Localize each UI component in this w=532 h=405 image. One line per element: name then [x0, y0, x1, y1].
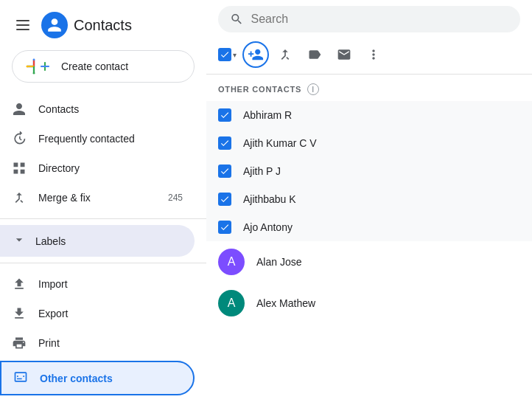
history-icon	[12, 131, 27, 146]
sidebar-item-import[interactable]: Import	[0, 269, 195, 299]
label-button[interactable]	[301, 41, 328, 68]
labels-label: Labels	[35, 235, 66, 247]
export-label: Export	[38, 308, 68, 319]
select-all-group[interactable]: ▾	[218, 48, 237, 61]
table-row[interactable]: Ajo Antony	[206, 213, 532, 241]
search-icon	[230, 12, 244, 27]
sidebar-header: Contacts	[0, 6, 206, 47]
app-logo	[41, 12, 68, 38]
merge-toolbar-icon	[278, 47, 293, 62]
merge-fix-badge: 245	[168, 193, 183, 203]
section-header: OTHER CONTACTS i	[206, 75, 532, 101]
contact-name: Ajith Kumar C V	[243, 137, 317, 149]
sidebar-item-contacts[interactable]: Contacts	[0, 94, 195, 124]
svg-point-2	[33, 72, 35, 75]
toolbar: ▾	[206, 38, 532, 75]
sidebar-item-labels[interactable]: Labels	[0, 225, 195, 257]
contact-list: Abhiram R Ajith Kumar C V Ajith P J Ajit…	[206, 101, 532, 405]
other-contacts-label: Other contacts	[40, 373, 113, 384]
print-icon	[12, 336, 27, 350]
upload-icon	[12, 277, 27, 291]
add-to-contacts-button[interactable]	[242, 41, 269, 68]
search-bar	[218, 6, 520, 32]
contacts-label: Contacts	[38, 103, 79, 115]
chevron-down-icon	[12, 232, 27, 249]
svg-point-1	[26, 66, 28, 68]
sidebar-item-directory[interactable]: Directory	[0, 153, 195, 183]
sidebar: Contacts Create contact Contacts	[0, 0, 206, 405]
contacts-logo-icon	[46, 17, 63, 33]
contact-name: Alan Jose	[256, 256, 301, 268]
contact-name: Ajo Antony	[243, 221, 293, 233]
contact-checkbox-2[interactable]	[218, 136, 231, 150]
contact-checkbox-1[interactable]	[218, 108, 231, 122]
contact-name: Alex Mathew	[256, 297, 315, 309]
email-icon	[337, 47, 351, 62]
merge-fix-label: Merge & fix	[38, 192, 91, 204]
contact-checkbox-4[interactable]	[218, 193, 231, 206]
main-content: ▾ OTHER CON	[206, 0, 532, 405]
logo-area: Contacts	[41, 12, 132, 38]
table-row[interactable]: Ajith Kumar C V	[206, 129, 532, 157]
info-icon[interactable]: i	[307, 83, 319, 95]
search-input[interactable]	[251, 13, 509, 26]
more-button[interactable]	[360, 41, 387, 68]
hamburger-menu-icon[interactable]	[12, 15, 34, 35]
contact-name: Abhiram R	[243, 109, 292, 121]
sidebar-item-frequently-contacted[interactable]: Frequently contacted	[0, 124, 195, 153]
print-label: Print	[38, 337, 60, 349]
create-contact-label: Create contact	[61, 60, 128, 72]
person-icon	[12, 102, 27, 117]
add-person-icon	[248, 46, 264, 63]
contact-name: Ajith P J	[243, 165, 281, 177]
contact-checkbox-3[interactable]	[218, 165, 231, 178]
table-row[interactable]: A Alex Mathew	[206, 283, 532, 324]
avatar: A	[218, 290, 245, 316]
more-vert-icon	[366, 47, 381, 62]
download-icon	[12, 306, 27, 321]
svg-point-0	[33, 58, 35, 60]
avatar: A	[218, 249, 245, 275]
import-label: Import	[38, 278, 68, 290]
create-contact-button[interactable]: Create contact	[12, 50, 195, 83]
merge-icon	[12, 190, 27, 205]
sidebar-item-export[interactable]: Export	[0, 299, 195, 328]
section-title: OTHER CONTACTS	[218, 85, 301, 94]
directory-label: Directory	[38, 162, 80, 174]
send-email-button[interactable]	[331, 41, 357, 68]
table-row[interactable]: A Alan Jose	[206, 241, 532, 283]
label-icon	[307, 47, 322, 62]
sidebar-item-other-contacts[interactable]: Other contacts	[0, 361, 195, 395]
select-all-checkbox[interactable]	[218, 48, 231, 61]
grid-icon	[12, 161, 27, 176]
table-row[interactable]: Abhiram R	[206, 101, 532, 129]
sidebar-item-print[interactable]: Print	[0, 328, 195, 358]
contact-name: Ajithbabu K	[243, 193, 296, 205]
app-title: Contacts	[74, 17, 132, 34]
card-icon	[13, 370, 28, 387]
merge-button[interactable]	[272, 41, 298, 68]
table-row[interactable]: Ajith P J	[206, 157, 532, 185]
frequently-contacted-label: Frequently contacted	[38, 133, 135, 145]
sidebar-item-merge-fix[interactable]: Merge & fix 245	[0, 183, 195, 212]
divider-2	[0, 263, 206, 263]
contact-checkbox-5[interactable]	[218, 221, 231, 234]
table-row[interactable]: Ajithbabu K	[206, 185, 532, 213]
select-dropdown-arrow[interactable]: ▾	[233, 51, 237, 59]
divider-1	[0, 218, 206, 219]
colorful-plus-icon	[38, 59, 52, 74]
